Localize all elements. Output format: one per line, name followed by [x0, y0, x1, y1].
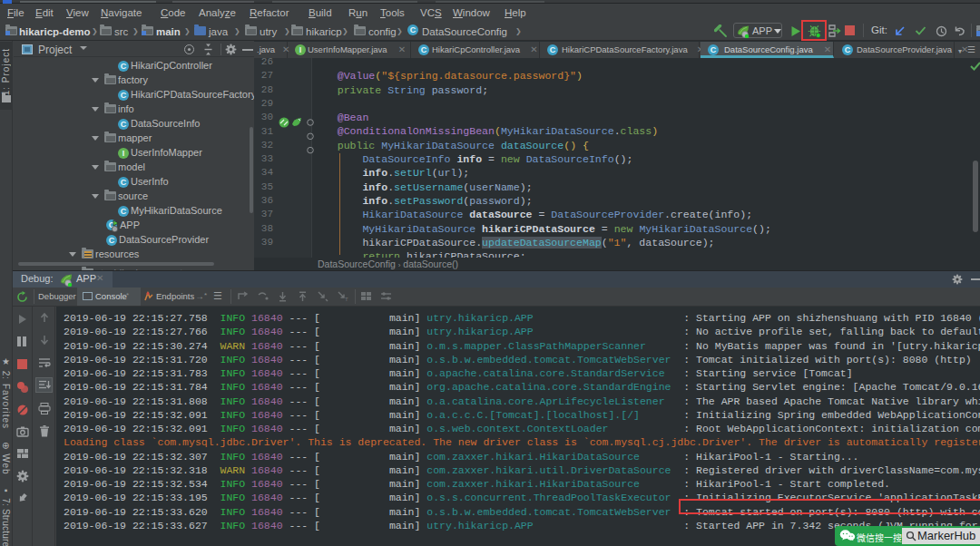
svg-text:T: T — [345, 297, 348, 302]
